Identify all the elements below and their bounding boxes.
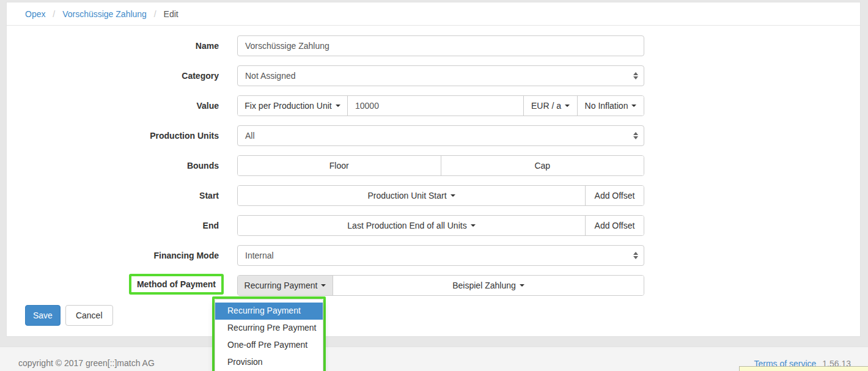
method-of-payment-open-menu: Recurring Payment Recurring Pre Payment … bbox=[215, 299, 323, 371]
category-select[interactable]: Not Assigned bbox=[237, 65, 644, 86]
breadcrumb-current: Edit bbox=[164, 9, 178, 19]
category-label: Category bbox=[7, 65, 237, 86]
bounds-button-group: Floor Cap bbox=[237, 155, 644, 176]
breadcrumb-separator: / bbox=[154, 9, 156, 19]
caret-down-icon bbox=[451, 194, 455, 197]
method-of-payment-selected-label: Recurring Payment bbox=[245, 281, 318, 290]
menu-item-recurring-pre-payment[interactable]: Recurring Pre Payment bbox=[215, 320, 323, 337]
end-value-label: Last Production End of all Units bbox=[347, 221, 466, 230]
bounds-label: Bounds bbox=[7, 155, 237, 176]
value-type-dropdown-button[interactable]: Fix per Production Unit bbox=[238, 96, 348, 116]
form-row-value: Value Fix per Production Unit EUR / a bbox=[7, 95, 860, 116]
bounds-floor-button[interactable]: Floor bbox=[238, 156, 441, 175]
form-row-name: Name bbox=[7, 35, 860, 56]
app-viewport: Opex / Vorschüssige Zahlung / Edit Name … bbox=[0, 0, 868, 371]
menu-item-one-off-pre-payment[interactable]: One-off Pre Payment bbox=[215, 337, 323, 354]
value-unit-label: EUR / a bbox=[531, 101, 561, 111]
copyright-text: copyright © 2017 green[::]match AG bbox=[18, 358, 155, 368]
financing-mode-label: Financing Mode bbox=[7, 245, 237, 266]
select-stepper-icon bbox=[633, 132, 638, 139]
production-units-select[interactable]: All bbox=[237, 125, 644, 146]
cancel-button[interactable]: Cancel bbox=[65, 305, 113, 326]
caret-down-icon bbox=[520, 284, 524, 287]
caret-down-icon bbox=[631, 105, 636, 107]
name-input[interactable] bbox=[237, 35, 644, 56]
production-units-label: Production Units bbox=[7, 125, 237, 146]
example-payment-dropdown-button[interactable]: Beispiel Zahlung bbox=[333, 276, 644, 295]
start-label: Start bbox=[7, 185, 237, 206]
form-row-production-units: Production Units All bbox=[7, 125, 860, 146]
breadcrumb-link-vorschuessige-zahlung[interactable]: Vorschüssige Zahlung bbox=[62, 9, 147, 19]
value-input-group: Fix per Production Unit EUR / a No Infla… bbox=[237, 95, 644, 116]
main-panel: Opex / Vorschüssige Zahlung / Edit Name … bbox=[6, 2, 861, 337]
form-row-bounds: Bounds Floor Cap bbox=[7, 155, 860, 176]
caret-down-icon bbox=[471, 224, 476, 227]
method-of-payment-label-cell: Method of Payment bbox=[7, 275, 237, 296]
end-dropdown-button[interactable]: Last Production End of all Units bbox=[238, 216, 586, 235]
form-row-start: Start Production Unit Start Add Offset bbox=[7, 185, 860, 206]
breadcrumb-separator: / bbox=[53, 9, 55, 19]
value-type-label: Fix per Production Unit bbox=[245, 101, 331, 111]
value-label: Value bbox=[7, 95, 237, 116]
edit-form: Name Category Not Assigned Value bbox=[7, 26, 860, 296]
caret-down-icon bbox=[336, 105, 340, 107]
value-inflation-dropdown-button[interactable]: No Inflation bbox=[578, 96, 644, 116]
method-of-payment-menu-annotation: Recurring Payment Recurring Pre Payment … bbox=[212, 296, 326, 371]
start-add-offset-button[interactable]: Add Offset bbox=[586, 186, 644, 205]
end-add-offset-button[interactable]: Add Offset bbox=[586, 216, 644, 235]
start-value-label: Production Unit Start bbox=[367, 191, 446, 200]
page-footer: copyright © 2017 green[::]match AG Terms… bbox=[0, 347, 868, 371]
value-amount-input[interactable] bbox=[348, 96, 524, 116]
start-input-group: Production Unit Start Add Offset bbox=[237, 185, 644, 206]
caret-down-icon bbox=[565, 105, 570, 107]
form-actions: Save Cancel bbox=[25, 305, 860, 326]
financing-mode-select[interactable]: Internal bbox=[237, 245, 644, 266]
value-unit-dropdown-button[interactable]: EUR / a bbox=[524, 96, 578, 116]
example-payment-label: Beispiel Zahlung bbox=[452, 281, 516, 290]
save-button[interactable]: Save bbox=[25, 305, 61, 326]
category-select-value: Not Assigned bbox=[245, 71, 296, 81]
end-label: End bbox=[7, 215, 237, 236]
value-inflation-label: No Inflation bbox=[585, 101, 628, 111]
method-of-payment-dropdown-button[interactable]: Recurring Payment bbox=[238, 276, 333, 295]
name-label: Name bbox=[7, 35, 237, 56]
select-stepper-icon bbox=[633, 252, 638, 259]
link-preview-tooltip bbox=[739, 366, 868, 371]
breadcrumb: Opex / Vorschüssige Zahlung / Edit bbox=[7, 2, 860, 26]
select-stepper-icon bbox=[633, 72, 638, 79]
caret-down-icon bbox=[321, 284, 326, 287]
form-row-method-of-payment: Method of Payment Recurring Payment Beis… bbox=[7, 275, 860, 296]
form-row-financing-mode: Financing Mode Internal bbox=[7, 245, 860, 266]
method-of-payment-label-annotation: Method of Payment bbox=[129, 274, 224, 295]
menu-item-provision[interactable]: Provision bbox=[215, 354, 323, 371]
end-input-group: Last Production End of all Units Add Off… bbox=[237, 215, 644, 236]
breadcrumb-link-opex[interactable]: Opex bbox=[25, 9, 45, 19]
financing-mode-select-value: Internal bbox=[245, 251, 274, 260]
form-row-category: Category Not Assigned bbox=[7, 65, 860, 86]
bounds-cap-button[interactable]: Cap bbox=[441, 156, 644, 175]
start-dropdown-button[interactable]: Production Unit Start bbox=[238, 186, 586, 205]
method-of-payment-group: Recurring Payment Beispiel Zahlung bbox=[237, 275, 644, 296]
form-row-end: End Last Production End of all Units Add… bbox=[7, 215, 860, 236]
production-units-select-value: All bbox=[245, 131, 255, 141]
menu-item-recurring-payment[interactable]: Recurring Payment bbox=[215, 303, 323, 320]
